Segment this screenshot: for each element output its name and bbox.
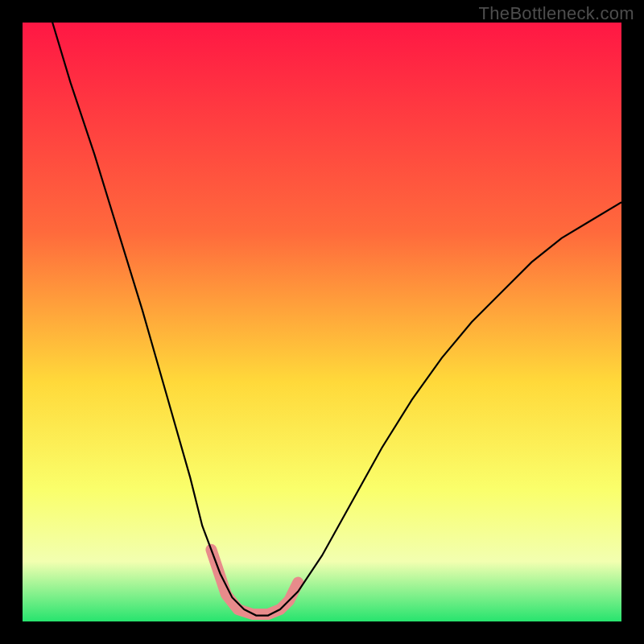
chart-frame: TheBottleneck.com <box>0 0 644 644</box>
watermark-text: TheBottleneck.com <box>479 3 634 24</box>
gradient-background <box>23 23 621 621</box>
chart-svg <box>23 23 621 621</box>
plot-area <box>23 23 621 621</box>
